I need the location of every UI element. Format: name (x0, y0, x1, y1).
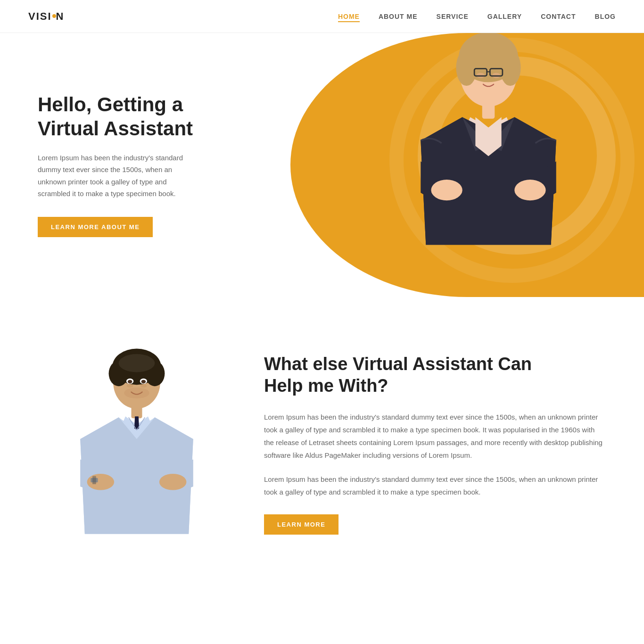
about-content: What else Virtual Assistant Can Help me … (264, 344, 606, 535)
nav-item-blog[interactable]: BLOG (595, 12, 616, 21)
svg-point-26 (159, 474, 186, 490)
svg-point-22 (141, 380, 146, 384)
nav-link-home[interactable]: HOME (338, 13, 360, 22)
svg-point-10 (431, 180, 462, 200)
learn-more-button[interactable]: LEARN MORE (264, 514, 339, 535)
nav-link-gallery[interactable]: GALLERY (487, 13, 522, 20)
svg-point-23 (124, 388, 149, 398)
hero-body: Lorem Ipsum has been the industry's stan… (38, 152, 198, 200)
hero-content: Hello, Getting a Virtual Assistant Lorem… (0, 55, 226, 275)
nav-link-about[interactable]: ABOUT ME (379, 13, 418, 20)
svg-point-11 (514, 180, 545, 200)
nav-link-service[interactable]: SERVICE (437, 13, 469, 20)
hero-heading: Hello, Getting a Virtual Assistant (38, 93, 198, 140)
hero-image-area (226, 33, 644, 297)
about-heading: What else Virtual Assistant Can Help me … (264, 354, 606, 396)
woman-illustration (389, 33, 587, 297)
nav-item-about[interactable]: ABOUT ME (379, 12, 418, 21)
svg-point-16 (119, 354, 155, 372)
nav-link-blog[interactable]: BLOG (595, 13, 616, 20)
svg-rect-9 (482, 103, 495, 119)
logo[interactable]: VISIN (28, 10, 64, 23)
svg-point-2 (456, 50, 477, 86)
logo-dot (52, 14, 56, 18)
svg-rect-28 (92, 476, 96, 484)
svg-point-18 (140, 384, 147, 388)
nav-item-service[interactable]: SERVICE (437, 12, 469, 21)
navbar: VISIN HOME ABOUT ME SERVICE GALLERY CONT… (0, 0, 644, 33)
man-illustration (52, 344, 222, 561)
nav-item-contact[interactable]: CONTACT (541, 12, 576, 21)
hero-person-image (389, 52, 587, 297)
nav-item-home[interactable]: HOME (338, 12, 360, 21)
nav-links: HOME ABOUT ME SERVICE GALLERY CONTACT BL… (338, 12, 616, 21)
about-image (38, 344, 236, 561)
about-body-1: Lorem Ipsum has been the industry's stan… (264, 411, 606, 462)
svg-point-17 (127, 384, 133, 388)
about-body-2: Lorem Ipsum has been the industry's stan… (264, 473, 606, 498)
learn-more-about-me-button[interactable]: LEARN MORE ABOUT ME (38, 217, 153, 237)
svg-point-21 (128, 380, 132, 384)
svg-rect-24 (132, 405, 142, 418)
nav-link-contact[interactable]: CONTACT (541, 13, 576, 20)
hero-section: Hello, Getting a Virtual Assistant Lorem… (0, 33, 644, 297)
nav-item-gallery[interactable]: GALLERY (487, 12, 522, 21)
svg-point-3 (500, 50, 520, 86)
about-section: What else Virtual Assistant Can Help me … (0, 297, 644, 608)
